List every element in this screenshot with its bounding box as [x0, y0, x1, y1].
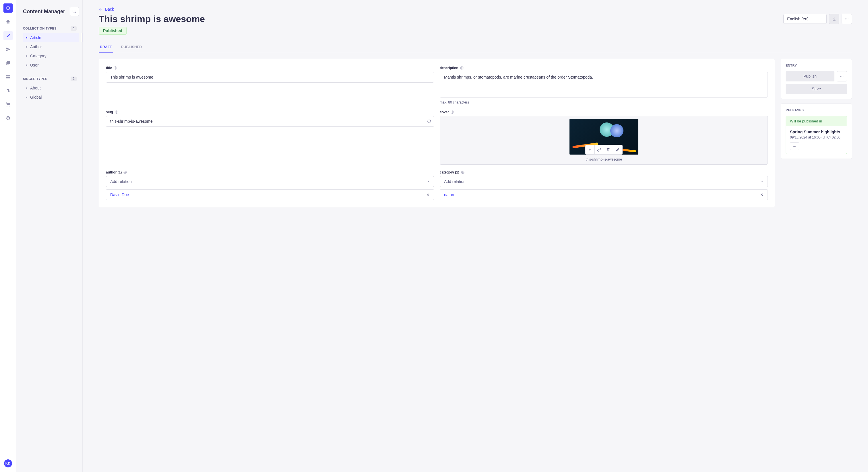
nav-item-label: Author — [30, 44, 42, 49]
sidebar: Content Manager COLLECTION TYPES 4 Artic… — [16, 0, 83, 472]
app-logo[interactable] — [3, 3, 12, 12]
status-badge: Published — [99, 27, 127, 35]
entry-panel: ENTRY Publish Save — [781, 59, 852, 99]
globe-icon — [123, 171, 127, 174]
entry-heading: ENTRY — [786, 64, 847, 67]
field-category: category (1) Add relation nature ✕ — [440, 170, 768, 200]
form-card: title description max. 80 characters — [99, 59, 775, 207]
globe-icon — [115, 110, 118, 114]
main-content: Back This shrimp is awesome English (en)… — [83, 0, 868, 472]
builder-icon[interactable] — [3, 72, 12, 81]
marketplace-icon[interactable] — [3, 100, 12, 109]
locale-select[interactable]: English (en) — [783, 14, 827, 24]
cover-edit-button[interactable] — [613, 145, 622, 154]
plugins-icon[interactable] — [3, 86, 12, 95]
nav-item-about[interactable]: About — [23, 83, 79, 93]
nav-item-label: Article — [30, 35, 41, 40]
svg-point-3 — [846, 19, 847, 20]
nav-item-global[interactable]: Global — [23, 93, 79, 102]
nav-item-category[interactable]: Category — [23, 51, 79, 61]
remove-relation-icon[interactable]: ✕ — [426, 193, 430, 197]
download-button[interactable] — [829, 14, 839, 24]
content-manager-icon[interactable] — [3, 31, 12, 40]
locale-value: English (en) — [787, 16, 809, 21]
user-avatar[interactable]: KD — [4, 460, 12, 467]
release-date: 09/18/2024 at 16:00 (UTC+02:00) — [790, 135, 843, 139]
field-slug: slug — [106, 110, 434, 165]
nav-item-label: User — [30, 63, 39, 67]
relation-value: David Doe — [110, 193, 129, 197]
relation-placeholder: Add relation — [110, 179, 132, 184]
svg-point-12 — [842, 76, 842, 76]
title-input[interactable] — [106, 72, 434, 82]
svg-point-14 — [793, 146, 794, 146]
media-library-icon[interactable] — [3, 59, 12, 68]
single-types-list: About Global — [23, 83, 79, 102]
back-label: Back — [105, 7, 114, 11]
cover-add-button[interactable] — [586, 145, 595, 154]
field-label-text: title — [106, 66, 112, 70]
releases-heading: RELEASES — [786, 108, 847, 112]
caret-down-icon — [761, 180, 764, 183]
save-button[interactable]: Save — [786, 84, 847, 94]
releases-panel: RELEASES Will be published in Spring Sum… — [781, 103, 852, 159]
field-title: title — [106, 66, 434, 104]
release-more-button[interactable] — [790, 142, 799, 150]
svg-point-13 — [843, 76, 843, 76]
globe-icon — [451, 110, 454, 114]
page-title: This shrimp is awesome — [99, 14, 205, 24]
field-label-text: category (1) — [440, 170, 459, 174]
caret-down-icon — [820, 18, 823, 20]
svg-point-11 — [840, 76, 841, 76]
category-relation-chip[interactable]: nature ✕ — [440, 189, 768, 200]
send-icon[interactable] — [3, 45, 12, 54]
settings-icon[interactable] — [3, 113, 12, 123]
svg-rect-0 — [7, 7, 9, 9]
publish-button[interactable]: Publish — [786, 71, 834, 81]
description-textarea[interactable] — [440, 72, 768, 98]
collection-types-list: Article Author Category User — [23, 33, 79, 70]
relation-value: nature — [444, 193, 456, 197]
svg-point-2 — [845, 19, 846, 20]
field-label-text: description — [440, 66, 458, 70]
nav-item-author[interactable]: Author — [23, 42, 79, 51]
field-label-text: author (1) — [106, 170, 122, 174]
nav-item-article[interactable]: Article — [23, 33, 79, 42]
author-relation-chip[interactable]: David Doe ✕ — [106, 189, 434, 200]
cover-link-button[interactable] — [595, 145, 604, 154]
relation-placeholder: Add relation — [444, 179, 466, 184]
field-description: description max. 80 characters — [440, 66, 768, 104]
svg-point-15 — [794, 146, 795, 146]
single-types-count: 2 — [71, 76, 76, 81]
nav-item-label: Category — [30, 54, 46, 58]
slug-input[interactable] — [106, 116, 434, 127]
field-label-text: cover — [440, 110, 449, 114]
back-link[interactable]: Back — [99, 7, 114, 11]
release-title: Spring Summer highlights — [790, 130, 843, 134]
nav-item-user[interactable]: User — [23, 61, 79, 70]
field-label-text: slug — [106, 110, 113, 114]
author-relation-select[interactable]: Add relation — [106, 176, 434, 187]
tab-published[interactable]: PUBLISHED — [120, 42, 143, 53]
tabs: DRAFT PUBLISHED — [99, 42, 852, 53]
search-button[interactable] — [70, 7, 79, 16]
remove-relation-icon[interactable]: ✕ — [760, 193, 764, 197]
svg-point-1 — [73, 10, 75, 12]
tab-draft[interactable]: DRAFT — [99, 42, 113, 53]
home-icon[interactable] — [3, 17, 12, 26]
category-relation-select[interactable]: Add relation — [440, 176, 768, 187]
description-help: max. 80 characters — [440, 100, 768, 104]
entry-more-button[interactable] — [837, 71, 847, 81]
field-cover: cover this-shrimp-is-aweso — [440, 110, 768, 165]
globe-icon — [460, 66, 464, 70]
icon-rail: KD — [0, 0, 16, 472]
regenerate-icon[interactable] — [427, 119, 431, 123]
collection-types-count: 4 — [71, 26, 76, 31]
more-actions-button[interactable] — [842, 14, 852, 24]
nav-item-label: About — [30, 86, 41, 90]
globe-icon — [461, 171, 464, 174]
cover-delete-button[interactable] — [604, 145, 613, 154]
globe-icon — [114, 66, 117, 70]
svg-point-4 — [848, 19, 848, 20]
single-types-label: SINGLE TYPES — [23, 77, 48, 80]
